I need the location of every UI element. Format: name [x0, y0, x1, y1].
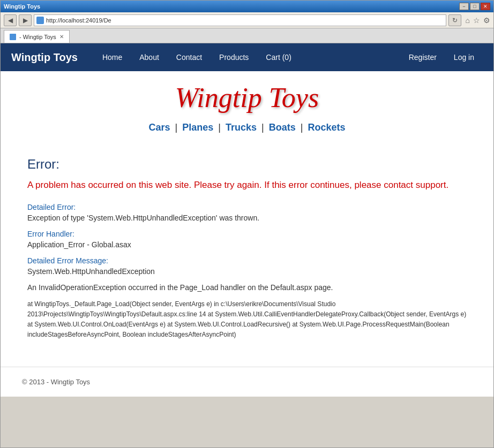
category-link-boats[interactable]: Boats	[269, 122, 296, 133]
handler-text: Application_Error - Global.asax	[27, 240, 467, 249]
close-button[interactable]: ✕	[481, 3, 490, 10]
cat-sep-4: |	[301, 122, 303, 133]
nav-link-cart[interactable]: Cart (0)	[257, 43, 300, 71]
tab-close-button[interactable]: ✕	[59, 34, 64, 40]
cat-sep-2: |	[218, 122, 221, 133]
restore-button[interactable]: □	[470, 3, 480, 10]
navbar: Wingtip Toys Home About Contact Products…	[1, 43, 493, 71]
cat-sep-1: |	[175, 122, 178, 133]
error-content: Error: A problem has occurred on this we…	[6, 146, 488, 351]
category-links: Cars | Planes | Trucks | Boats | Rockets	[1, 122, 493, 133]
handler-label: Error Handler:	[27, 230, 467, 238]
message-line1: System.Web.HttpUnhandledException	[27, 267, 467, 276]
navbar-links: Home About Contact Products Cart (0)	[94, 43, 400, 71]
message-line2: An InvalidOperationException occurred in…	[27, 283, 467, 292]
address-text: http://localhost:24019/De	[46, 17, 111, 24]
nav-link-home[interactable]: Home	[94, 43, 131, 71]
nav-link-contact[interactable]: Contact	[168, 43, 211, 71]
title-bar: Wingtip Toys − □ ✕	[1, 1, 493, 12]
refresh-button[interactable]: ↻	[448, 14, 461, 26]
error-heading: Error:	[27, 157, 467, 172]
category-link-trucks[interactable]: Trucks	[226, 122, 257, 133]
forward-icon: ▶	[23, 17, 28, 24]
category-link-cars[interactable]: Cars	[148, 122, 170, 133]
favorites-icon[interactable]: ☆	[473, 16, 480, 25]
site-title: Wingtip Toys	[175, 82, 319, 113]
nav-link-products[interactable]: Products	[211, 43, 257, 71]
nav-link-register[interactable]: Register	[400, 43, 445, 71]
navbar-brand[interactable]: Wingtip Toys	[11, 51, 78, 64]
back-button[interactable]: ◀	[4, 14, 17, 26]
tab-favicon	[10, 34, 16, 40]
site-title-area: Wingtip Toys	[1, 82, 493, 113]
footer: © 2013 - Wingtip Toys	[1, 367, 493, 397]
back-icon: ◀	[8, 17, 13, 24]
category-link-rockets[interactable]: Rockets	[308, 122, 345, 133]
footer-text: © 2013 - Wingtip Toys	[22, 378, 90, 386]
nav-link-about[interactable]: About	[131, 43, 168, 71]
window-controls: − □ ✕	[459, 3, 490, 10]
detailed-error-text: Exception of type 'System.Web.HttpUnhand…	[27, 214, 467, 222]
window-title: Wingtip Toys	[4, 3, 40, 10]
browser-action-icons: ⌂ ☆ ⚙	[466, 16, 490, 25]
browser-toolbar: ◀ ▶ http://localhost:24019/De ↻ ⌂ ☆ ⚙	[1, 12, 493, 28]
nav-link-login[interactable]: Log in	[445, 43, 483, 71]
navbar-right: Register Log in	[400, 43, 483, 71]
minimize-button[interactable]: −	[459, 3, 469, 10]
detailed-error-label: Detailed Error:	[27, 203, 467, 211]
tab-bar: - Wingtip Toys ✕	[1, 28, 493, 43]
address-bar[interactable]: http://localhost:24019/De	[34, 14, 446, 26]
category-link-planes[interactable]: Planes	[182, 122, 213, 133]
cat-sep-3: |	[261, 122, 264, 133]
tab-title: - Wingtip Toys	[19, 34, 56, 40]
webpage-content: Wingtip Toys Home About Contact Products…	[1, 43, 493, 397]
forward-button[interactable]: ▶	[19, 14, 32, 26]
address-icon	[36, 17, 44, 24]
settings-icon[interactable]: ⚙	[483, 16, 490, 25]
stack-trace: at WingtipToys._Default.Page_Load(Object…	[27, 299, 467, 340]
refresh-icon: ↻	[452, 17, 458, 24]
home-icon[interactable]: ⌂	[466, 16, 470, 25]
error-message: A problem has occurred on this web site.…	[27, 178, 467, 192]
browser-window: Wingtip Toys − □ ✕ ◀ ▶ http://localhost:…	[0, 0, 494, 448]
message-label: Detailed Error Message:	[27, 256, 467, 265]
browser-tab[interactable]: - Wingtip Toys ✕	[4, 30, 70, 43]
